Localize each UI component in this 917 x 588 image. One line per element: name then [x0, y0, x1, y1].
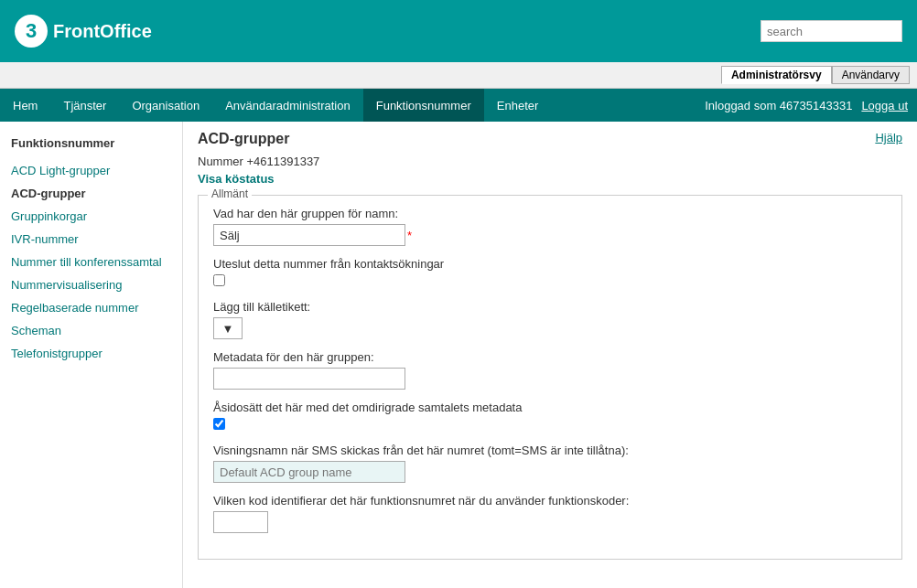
- logo-text: FrontOffice: [53, 21, 152, 42]
- sidebar-item-nummervis[interactable]: Nummervisualisering: [0, 273, 182, 296]
- metadata-field: Metadata för den här gruppen:: [213, 350, 887, 390]
- name-label: Vad har den här gruppen för namn:: [213, 207, 887, 220]
- nav-item-hem[interactable]: Hem: [0, 89, 50, 122]
- sms-input[interactable]: [213, 461, 405, 483]
- code-input[interactable]: [213, 511, 268, 533]
- sidebar-item-ivr[interactable]: IVR-nummer: [0, 228, 182, 251]
- nav-item-organisation[interactable]: Organisation: [119, 89, 212, 122]
- sms-field: Visningsnamn när SMS skickas från det hä…: [213, 444, 887, 483]
- metadata-input[interactable]: [213, 368, 405, 390]
- help-link[interactable]: Hjälp: [875, 131, 902, 144]
- tag-label: Lägg till källetikett:: [213, 300, 887, 314]
- sidebar: Funktionsnummer ACD Light-grupper ACD-gr…: [0, 122, 183, 588]
- header: 3 FrontOffice: [0, 0, 917, 62]
- logo-area: 3 FrontOffice: [15, 15, 152, 48]
- user-view-button[interactable]: Användarvy: [832, 66, 910, 84]
- main-content: ACD-grupper Hjälp Nummer +4611391337 Vis…: [183, 122, 917, 588]
- sidebar-item-konferens[interactable]: Nummer till konferenssamtal: [0, 251, 182, 273]
- search-area: [761, 20, 902, 42]
- override-checkbox[interactable]: [213, 418, 225, 430]
- exclude-checkbox[interactable]: [213, 274, 225, 286]
- required-star: *: [407, 229, 412, 242]
- sidebar-item-telefonistgrupper[interactable]: Telefonistgrupper: [0, 342, 182, 365]
- logged-in-label: Inloggad som 46735143331: [705, 99, 852, 112]
- tag-dropdown[interactable]: ▼: [213, 317, 243, 339]
- sidebar-item-gruppinkorgar[interactable]: Gruppinkorgar: [0, 205, 182, 228]
- tag-field: Lägg till källetikett: ▼: [213, 300, 887, 339]
- view-kostatus-link[interactable]: Visa köstatus: [198, 172, 275, 186]
- number-label: Nummer +4611391337: [198, 155, 902, 168]
- name-input[interactable]: [213, 224, 405, 246]
- page-layout: Funktionsnummer ACD Light-grupper ACD-gr…: [0, 122, 917, 588]
- sms-label: Visningsnamn när SMS skickas från det hä…: [213, 444, 887, 457]
- navbar: Hem Tjänster Organisation Användaradmini…: [0, 89, 917, 122]
- exclude-field: Uteslut detta nummer från kontaktsökning…: [213, 257, 887, 289]
- sidebar-item-regelbaserade[interactable]: Regelbaserade nummer: [0, 296, 182, 319]
- page-header: ACD-grupper Hjälp: [198, 131, 902, 147]
- override-label: Åsidosätt det här med det omdirigrade sa…: [213, 401, 887, 414]
- logout-link[interactable]: Logga ut: [861, 99, 908, 112]
- sidebar-item-acd-light[interactable]: ACD Light-grupper: [0, 159, 182, 182]
- exclude-label: Uteslut detta nummer från kontaktsökning…: [213, 257, 887, 271]
- dropdown-arrow-icon: ▼: [222, 322, 234, 336]
- logo-icon: 3: [15, 15, 48, 48]
- form-section: Allmänt Vad har den här gruppen för namn…: [198, 195, 902, 560]
- nav-right: Inloggad som 46735143331 Logga ut: [705, 99, 917, 112]
- code-field: Vilken kod identifierar det här funktion…: [213, 494, 887, 533]
- metadata-label: Metadata för den här gruppen:: [213, 350, 887, 364]
- group-name-field: Vad har den här gruppen för namn: *: [213, 207, 887, 246]
- admin-view-button[interactable]: Administratörsvy: [721, 66, 832, 84]
- nav-item-enheter[interactable]: Enheter: [484, 89, 552, 122]
- section-legend: Allmänt: [208, 187, 252, 200]
- name-input-wrapper: *: [213, 224, 887, 246]
- sidebar-item-acd-grupper[interactable]: ACD-grupper: [0, 182, 182, 205]
- code-label: Vilken kod identifierar det här funktion…: [213, 494, 887, 508]
- admin-bar: Administratörsvy Användarvy: [0, 62, 917, 89]
- nav-item-funktionsnummer[interactable]: Funktionsnummer: [363, 89, 484, 122]
- sidebar-item-scheman[interactable]: Scheman: [0, 319, 182, 342]
- search-input[interactable]: [761, 20, 902, 42]
- page-title: ACD-grupper: [198, 131, 289, 147]
- nav-item-anvandare[interactable]: Användaradministration: [212, 89, 363, 122]
- nav-item-tjanster[interactable]: Tjänster: [50, 89, 119, 122]
- view-kostatus: Visa köstatus: [198, 172, 902, 186]
- nav-items: Hem Tjänster Organisation Användaradmini…: [0, 89, 551, 122]
- override-field: Åsidosätt det här med det omdirigrade sa…: [213, 401, 887, 433]
- sidebar-title: Funktionsnummer: [0, 131, 182, 159]
